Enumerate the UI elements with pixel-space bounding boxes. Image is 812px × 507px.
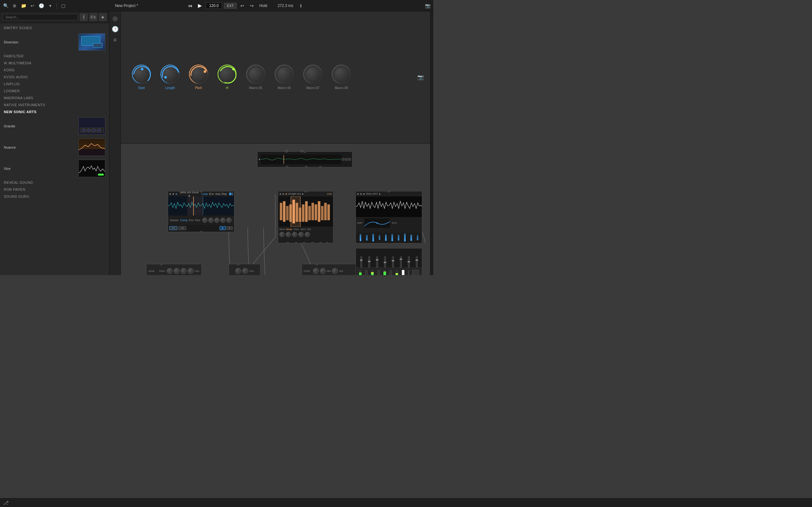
window-icon[interactable]: ▢ — [60, 3, 66, 9]
vendor-madrona[interactable]: MADRONA LABS — [0, 95, 109, 101]
plugin-name-granite: Granite — [4, 124, 76, 128]
vendor-sound-guru[interactable]: SOUND GURU — [0, 193, 109, 200]
knob-3[interactable] — [214, 218, 219, 223]
module-mixer-right[interactable]: Mast — [356, 248, 422, 275]
module-waveview-white[interactable]: ●●● Shoc.GXT ▲ AMP — [356, 191, 422, 243]
plugin-name-vice: Vice — [4, 167, 76, 170]
fx-tab[interactable]: FX — [90, 13, 97, 21]
plugin-thumb-granite — [78, 117, 105, 135]
svg-point-9 — [204, 70, 206, 73]
knob-orange-2[interactable] — [286, 232, 291, 237]
module-eq-left[interactable]: •Roll• Pitch Pan — [146, 264, 202, 275]
knob-orange-3[interactable] — [292, 232, 297, 237]
vendor-dmitry-sches[interactable]: DMITRY SCHES — [0, 24, 109, 32]
svg-point-3 — [141, 68, 143, 70]
vendor-new-sonic-arts[interactable]: NEW SONIC ARTS — [0, 108, 109, 115]
knob-fxr-3[interactable] — [332, 268, 338, 274]
knob-2[interactable] — [208, 218, 213, 223]
vendor-loomer[interactable]: LOOMER — [0, 88, 109, 95]
vendor-korg[interactable]: KORG — [0, 66, 109, 73]
history-icon[interactable]: 🕐 — [38, 3, 44, 9]
module-waveview-orange[interactable]: ●●● kit.light red ▲ Live — [278, 191, 334, 243]
macro-06-label: Macro 06 — [277, 86, 291, 90]
dropdown-arrow[interactable]: ▾ — [47, 3, 53, 9]
folder-icon[interactable]: 📁 — [20, 3, 27, 9]
macro-07-knob[interactable] — [303, 65, 322, 83]
canvas-area[interactable]: ●●● delta dot cloud ▲ LoopEnvSeqRep — [121, 144, 430, 275]
macro-pitch-label: Pitch — [195, 86, 202, 90]
knob-4[interactable] — [220, 218, 225, 223]
camera-icon[interactable]: 📷 — [424, 3, 431, 9]
search-input[interactable] — [3, 14, 78, 20]
macro-06-knob[interactable] — [275, 65, 294, 83]
knob-fxr-1[interactable] — [313, 268, 319, 274]
macro-05: Macro 05 — [241, 65, 270, 90]
knob-orange-4[interactable] — [299, 232, 304, 237]
vendor-ik-multimedia[interactable]: IK MULTIMEDIA — [0, 60, 109, 66]
macro-start-knob[interactable] — [132, 65, 151, 83]
knob-orange-1[interactable] — [280, 232, 285, 237]
module-fx-center[interactable]: Pan — [229, 264, 260, 275]
knob-eq-3[interactable] — [181, 268, 187, 274]
plugin-name-diversion: Diversion — [4, 40, 76, 44]
plugin-vice[interactable]: Vice — [0, 158, 109, 179]
macro-length: Length — [156, 65, 184, 90]
nav-mixer-icon[interactable]: ≡ — [111, 36, 119, 44]
piano-icon[interactable]: 𝄞 — [80, 13, 88, 21]
search-icon[interactable]: 🔍 — [3, 3, 9, 9]
macro-08-label: Macro 08 — [335, 86, 348, 90]
undo-icon[interactable]: ↩ — [29, 3, 36, 9]
macro-length-knob[interactable] — [160, 65, 180, 83]
nav-knob-icon[interactable]: ◎ — [111, 14, 119, 23]
knob-eq-1[interactable] — [167, 268, 172, 274]
undo-transport-button[interactable]: ↩ — [239, 2, 246, 9]
plugin-diversion[interactable]: Diversion — [0, 32, 109, 53]
vendor-rob-papen[interactable]: ROB PAPEN — [0, 186, 109, 193]
knob-fxr-2[interactable] — [320, 268, 326, 274]
nav-clock-icon[interactable]: 🕐 — [111, 25, 119, 34]
sidebar-top-controls: 𝄞 FX ★ — [0, 11, 109, 23]
knob-orange-5[interactable] — [305, 232, 310, 237]
vendor-native-instruments[interactable]: NATIVE INSTRUMENTS — [0, 101, 109, 108]
redo-transport-button[interactable]: ↪ — [248, 2, 256, 9]
plugin-granite[interactable]: Granite — [0, 115, 109, 136]
macro-h-knob[interactable] — [217, 65, 237, 83]
port-orange-b2 — [295, 242, 297, 243]
knob-eq-2[interactable] — [174, 268, 180, 274]
module-sampler-main[interactable]: ●●● delta dot cloud ▲ LoopEnvSeqRep — [168, 191, 235, 232]
macro-08-knob[interactable] — [332, 65, 351, 83]
bpm-input[interactable] — [206, 3, 222, 9]
vendor-reveal-sound[interactable]: REVEAL SOUND — [0, 179, 109, 186]
svg-rect-39 — [318, 201, 320, 222]
knob-1[interactable] — [202, 218, 207, 223]
favorites-icon[interactable]: ★ — [99, 13, 107, 21]
skip-back-button[interactable]: ⏮ — [187, 2, 194, 9]
vendor-linplug[interactable]: LINPLUG — [0, 80, 109, 88]
info-icon[interactable]: ℹ — [298, 3, 304, 9]
module-fx-right[interactable]: FxFB Mix Rel — [302, 264, 357, 275]
ext-button[interactable]: EXT — [224, 3, 236, 9]
vendor-fabfilter[interactable]: FABFILTER — [0, 53, 109, 60]
macro-start-label: Start — [138, 86, 145, 90]
module-sequencer-top[interactable] — [257, 152, 352, 167]
camera-icon-macro[interactable]: 📷 — [417, 74, 424, 80]
svg-point-6 — [164, 76, 167, 78]
macro-h: H — [213, 65, 241, 90]
svg-rect-38 — [315, 205, 317, 220]
port-orange-b4 — [311, 242, 314, 243]
knob-eq-4[interactable] — [188, 268, 194, 274]
knob-fx-1[interactable] — [235, 268, 241, 274]
macro-05-knob[interactable] — [246, 65, 265, 83]
top-toolbar: 🔍 ⊕ 📁 ↩ 🕐 ▾ ▢ New Project * ⏮ ▶ EXT ↩ ↪ … — [0, 0, 433, 11]
macro-h-label: H — [226, 86, 228, 90]
macro-pitch-knob[interactable] — [189, 65, 208, 83]
right-scrollbar[interactable] — [430, 11, 433, 275]
svg-point-13 — [248, 66, 264, 83]
svg-rect-28 — [283, 201, 286, 222]
play-button[interactable]: ▶ — [196, 2, 204, 9]
cursor-icon[interactable]: ⊕ — [11, 3, 18, 9]
vendor-kv331[interactable]: KV331 AUDIO — [0, 73, 109, 80]
knob-5[interactable] — [226, 218, 232, 223]
plugin-nuance[interactable]: Nuance — [0, 136, 109, 158]
knob-fx-2[interactable] — [242, 268, 248, 274]
